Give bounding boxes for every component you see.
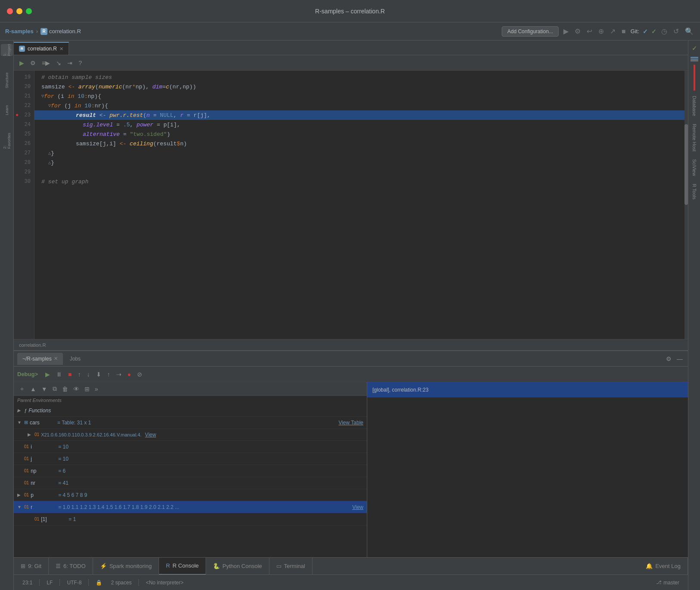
debug-resume-button[interactable]: ▶ <box>43 370 52 379</box>
r-view-link[interactable]: View <box>352 504 363 510</box>
right-line-2 <box>691 59 698 60</box>
stop-button[interactable]: ■ <box>620 26 627 37</box>
r-expand-icon: ▼ <box>17 505 22 509</box>
close-button[interactable] <box>7 8 13 14</box>
bottom-tab-r-samples[interactable]: ~/R-samples ✕ <box>17 353 63 365</box>
var-add-button[interactable]: ＋ <box>17 384 27 394</box>
step-over-button[interactable]: ⇥ <box>65 58 75 68</box>
debug-button[interactable]: ⚙ <box>573 26 582 37</box>
right-sidebar-database[interactable]: Database <box>690 92 699 119</box>
editor-tab-bar: R correlation.R ✕ <box>14 41 688 55</box>
sidebar-item-structure[interactable]: Structure <box>1 74 13 86</box>
maximize-button[interactable] <box>26 8 32 14</box>
status-indent[interactable]: 2 spaces <box>107 579 135 587</box>
help-button[interactable]: ? <box>76 58 84 68</box>
var-row-i[interactable]: 01 i = 10 <box>14 441 367 453</box>
bottom-panel-tab-bar: ~/R-samples ✕ Jobs ⚙ — <box>14 351 688 367</box>
cars-view-link[interactable]: View Table <box>338 420 363 426</box>
tab-correlation-r[interactable]: R correlation.R ✕ <box>14 42 69 55</box>
bottom-tab-jobs[interactable]: Jobs <box>65 353 86 365</box>
status-line-endings[interactable]: LF <box>43 579 56 587</box>
sidebar-item-favorites[interactable]: 2: Favorites <box>1 135 13 147</box>
var-more-button[interactable]: » <box>93 385 100 393</box>
cars-sub-label: X21.0.6.160.0.110.0.3.9.2.62.16.46.V.man… <box>41 432 141 437</box>
debug-pause-button[interactable]: ⏸ <box>54 370 64 379</box>
var-row-np[interactable]: 01 np = 6 <box>14 465 367 477</box>
bottom-nav-python[interactable]: 🐍 Python Console <box>206 558 269 575</box>
var-row-r[interactable]: ▼ 01 r = 1.0 1.1 1.2 1.3 1.4 1.5 1.6 1.7… <box>14 501 367 513</box>
var-delete-button[interactable]: 🗑 <box>60 385 70 393</box>
bottom-nav-todo[interactable]: ☰ 6: TODO <box>49 558 93 575</box>
code-editor[interactable]: 19 20 21 22 23 24 25 26 27 28 29 30 # ob… <box>14 71 688 339</box>
debug-eval-button[interactable]: ⇢ <box>114 370 124 379</box>
status-div-2 <box>59 579 60 586</box>
bottom-nav-rconsole[interactable]: R R Console <box>159 558 206 575</box>
git-history-button[interactable]: ◷ <box>660 26 669 37</box>
status-interpreter[interactable]: <No interpreter> <box>142 579 187 587</box>
var-row-j[interactable]: 01 j = 10 <box>14 453 367 465</box>
sidebar-item-project[interactable]: 1: Project <box>1 44 13 56</box>
editor-scrollbar-thumb[interactable] <box>684 124 688 205</box>
i-icon: 01 <box>24 444 29 449</box>
var-row-r-sub[interactable]: 01 [1] = 1 <box>14 513 367 525</box>
panel-settings-button[interactable]: ⚙ <box>664 355 673 363</box>
debug-breakpoint-button[interactable]: ● <box>125 370 133 379</box>
step-into-button[interactable]: ↘ <box>54 58 63 68</box>
var-down-button[interactable]: ▼ <box>40 385 49 393</box>
run-script-button[interactable]: ≡▶ <box>40 58 52 68</box>
breadcrumb-separator: › <box>36 28 38 35</box>
right-sidebar-sciview[interactable]: SciView <box>690 156 699 179</box>
run-button[interactable]: ▶ <box>562 26 570 37</box>
var-table-button[interactable]: ⊞ <box>83 385 91 393</box>
cars-sub-view-link[interactable]: View <box>145 432 156 438</box>
bottom-nav-terminal[interactable]: ▭ Terminal <box>269 558 312 575</box>
var-row-cars[interactable]: ▼ ⊞ cars = Table: 31 x 1 View Table <box>14 417 367 429</box>
add-configuration-button[interactable]: Add Configuration... <box>502 26 559 37</box>
minimize-button[interactable] <box>16 8 22 14</box>
panel-minimize-button[interactable]: — <box>675 355 684 363</box>
status-branch[interactable]: ⎇ master <box>653 579 683 587</box>
debug-step-out-button[interactable]: ⬇ <box>94 370 103 379</box>
line-num-22: 22 <box>14 101 34 110</box>
breadcrumb-project[interactable]: R-samples <box>5 28 34 35</box>
debug-step-into-button[interactable]: ↓ <box>85 370 92 379</box>
var-row-p[interactable]: ▶ 01 p = 4 5 6 7 8 9 <box>14 489 367 501</box>
run-to-cursor-button[interactable]: ↩ <box>585 26 594 37</box>
editor-scrollbar[interactable] <box>684 71 688 339</box>
bottom-nav-tabs: ⊞ 9: Git ☰ 6: TODO ⚡ Spark monitoring R … <box>14 557 688 574</box>
variables-section-header: Parent Environments <box>14 396 367 405</box>
bottom-tab-close-1[interactable]: ✕ <box>54 356 58 361</box>
debug-step-over-button[interactable]: ↑ <box>76 370 83 379</box>
debug-mute-button[interactable]: ⊘ <box>135 370 144 379</box>
code-line-20: samsize <- array(numeric(nr*np), dim=c(n… <box>34 82 688 91</box>
right-sidebar-remotehost[interactable]: Remote Host <box>690 120 699 155</box>
run-config-button[interactable]: ⚙ <box>28 58 38 68</box>
sidebar-item-learn[interactable]: Learn <box>1 104 13 116</box>
coverage-button[interactable]: ⊕ <box>597 26 605 37</box>
status-position[interactable]: 23:1 <box>19 579 36 587</box>
right-sidebar-rtools[interactable]: R Tools <box>690 180 699 203</box>
debug-stop-button[interactable]: ■ <box>66 370 74 379</box>
debug-run-cursor-button[interactable]: ↑ <box>105 370 112 379</box>
var-up-button[interactable]: ▲ <box>28 385 38 393</box>
run-file-button[interactable]: ▶ <box>17 58 26 68</box>
var-copy-button[interactable]: ⧉ <box>51 384 59 393</box>
tab-close-button[interactable]: ✕ <box>59 46 63 52</box>
var-row-nr[interactable]: 01 nr = 41 <box>14 477 367 489</box>
bottom-nav-spark[interactable]: ⚡ Spark monitoring <box>93 558 159 575</box>
code-lines[interactable]: # obtain sample sizes samsize <- array(n… <box>34 71 688 339</box>
breadcrumb-file[interactable]: R correlation.R <box>41 28 81 35</box>
git-revert-button[interactable]: ↺ <box>672 26 680 37</box>
bottom-nav-git[interactable]: ⊞ 9: Git <box>14 558 49 575</box>
variables-panel: ＋ ▲ ▼ ⧉ 🗑 👁 ⊞ » Parent Environments <box>14 382 367 557</box>
status-encoding[interactable]: UTF-8 <box>63 579 85 587</box>
var-inspect-button[interactable]: 👁 <box>72 385 81 393</box>
git-label: Git: <box>631 28 639 35</box>
line-num-20: 20 <box>14 82 34 91</box>
var-row-cars-sub[interactable]: ▶ 01 X21.0.6.160.0.110.0.3.9.2.62.16.46.… <box>14 429 367 441</box>
frame-global[interactable]: [global], correlation.R:23 <box>367 382 688 398</box>
search-button[interactable]: 🔍 <box>684 26 695 37</box>
profile-button[interactable]: ↗ <box>609 26 617 37</box>
var-row-functions[interactable]: ▶ ƒ Functions <box>14 405 367 417</box>
bottom-nav-eventlog[interactable]: 🔔 Event Log <box>639 558 688 575</box>
